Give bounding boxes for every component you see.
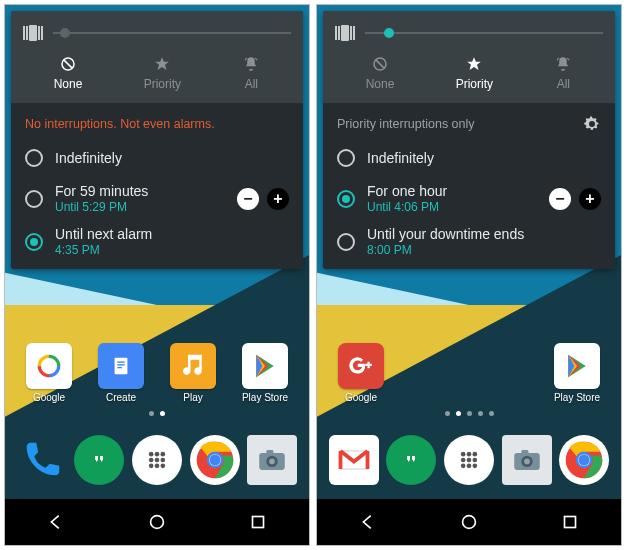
decrease-button[interactable]: − — [549, 188, 571, 210]
app-label: Play — [183, 392, 202, 403]
page-indicator[interactable] — [317, 411, 621, 416]
svg-rect-26 — [267, 450, 274, 454]
svg-point-48 — [579, 455, 590, 466]
home-button[interactable] — [146, 511, 168, 533]
app-icon-playstore[interactable]: Play Store — [235, 343, 295, 403]
dock-chrome[interactable] — [190, 435, 240, 485]
mode-all[interactable]: All — [230, 51, 272, 95]
svg-point-40 — [472, 464, 477, 469]
status-text: No interruptions. Not even alarms. — [25, 117, 215, 131]
interruptions-panel: None Priority All No interruptions. Not … — [11, 11, 303, 269]
svg-rect-9 — [117, 367, 122, 368]
duration-option[interactable]: For 59 minutesUntil 5:29 PM−+ — [25, 183, 289, 214]
radio-button[interactable] — [25, 233, 43, 251]
app-icon-playmusic[interactable]: Play — [163, 343, 223, 403]
dock-chrome[interactable] — [559, 435, 609, 485]
svg-point-10 — [149, 452, 154, 457]
radio-button[interactable] — [337, 149, 355, 167]
app-icon-playstore[interactable]: Play Store — [547, 343, 607, 403]
increase-button[interactable]: + — [267, 188, 289, 210]
recents-button[interactable] — [247, 511, 269, 533]
interruption-modes: None Priority All — [335, 47, 603, 103]
svg-point-17 — [155, 464, 160, 469]
app-label: Google — [33, 392, 65, 403]
vibrate-icon — [335, 25, 355, 41]
svg-point-35 — [461, 458, 466, 463]
option-subtitle: 4:35 PM — [55, 243, 152, 257]
dock — [5, 421, 309, 499]
svg-line-30 — [376, 60, 384, 68]
radio-button[interactable] — [337, 233, 355, 251]
volume-slider[interactable] — [53, 32, 291, 34]
duration-option[interactable]: Until next alarm4:35 PM — [25, 226, 289, 257]
option-title: Until your downtime ends — [367, 226, 524, 242]
svg-point-34 — [472, 452, 477, 457]
svg-point-38 — [461, 464, 466, 469]
app-icon-gplus[interactable]: Google — [331, 343, 391, 403]
dock-camera[interactable] — [247, 435, 297, 485]
option-subtitle: 8:00 PM — [367, 243, 524, 257]
svg-rect-7 — [117, 361, 124, 362]
svg-rect-8 — [117, 364, 124, 365]
interruption-modes: None Priority All — [23, 47, 291, 103]
dock-hangouts[interactable] — [386, 435, 436, 485]
dock-hangouts[interactable] — [74, 435, 124, 485]
app-label: Google — [345, 392, 377, 403]
radio-button[interactable] — [25, 149, 43, 167]
option-title: For 59 minutes — [55, 183, 148, 199]
back-button[interactable] — [357, 511, 379, 533]
gear-icon[interactable] — [583, 115, 601, 133]
svg-point-27 — [151, 516, 164, 529]
navigation-bar — [5, 499, 309, 545]
duration-option[interactable]: For one hourUntil 4:06 PM−+ — [337, 183, 601, 214]
app-icon-empty — [403, 343, 463, 403]
vibrate-icon — [23, 25, 43, 41]
home-button[interactable] — [458, 511, 480, 533]
duration-option[interactable]: Indefinitely — [25, 145, 289, 171]
dock-apps[interactable] — [444, 435, 494, 485]
svg-point-11 — [155, 452, 160, 457]
svg-point-33 — [467, 452, 472, 457]
svg-rect-50 — [565, 517, 576, 528]
increase-button[interactable]: + — [579, 188, 601, 210]
app-icon-empty — [475, 343, 535, 403]
screenshot-right: None Priority All Priority interruptions… — [316, 4, 622, 546]
app-label: Create — [106, 392, 136, 403]
dock-apps[interactable] — [132, 435, 182, 485]
svg-point-36 — [467, 458, 472, 463]
option-title: Indefinitely — [55, 150, 122, 166]
option-title: For one hour — [367, 183, 447, 199]
page-indicator[interactable] — [5, 411, 309, 416]
option-subtitle: Until 4:06 PM — [367, 200, 447, 214]
back-button[interactable] — [45, 511, 67, 533]
navigation-bar — [317, 499, 621, 545]
svg-point-37 — [472, 458, 477, 463]
svg-point-13 — [149, 458, 154, 463]
option-title: Indefinitely — [367, 150, 434, 166]
svg-rect-28 — [253, 517, 264, 528]
decrease-button[interactable]: − — [237, 188, 259, 210]
mode-priority[interactable]: Priority — [132, 51, 193, 95]
duration-option[interactable]: Until your downtime ends8:00 PM — [337, 226, 601, 257]
radio-button[interactable] — [25, 190, 43, 208]
volume-slider[interactable] — [365, 32, 603, 34]
svg-point-22 — [209, 455, 220, 466]
svg-point-49 — [463, 516, 476, 529]
app-icon-google[interactable]: Google — [19, 343, 79, 403]
svg-point-18 — [160, 464, 165, 469]
mode-none[interactable]: None — [354, 51, 407, 95]
dock-phone[interactable] — [17, 435, 67, 485]
app-icon-docs[interactable]: Create — [91, 343, 151, 403]
dock-camera[interactable] — [502, 435, 552, 485]
svg-line-1 — [64, 60, 72, 68]
duration-option[interactable]: Indefinitely — [337, 145, 601, 171]
screenshot-left: None Priority All No interruptions. Not … — [4, 4, 310, 546]
radio-button[interactable] — [337, 190, 355, 208]
recents-button[interactable] — [559, 511, 581, 533]
dock — [317, 421, 621, 499]
mode-priority[interactable]: Priority — [444, 51, 505, 95]
mode-none[interactable]: None — [42, 51, 95, 95]
dock-gmail[interactable] — [329, 435, 379, 485]
mode-all[interactable]: All — [542, 51, 584, 95]
svg-point-14 — [155, 458, 160, 463]
